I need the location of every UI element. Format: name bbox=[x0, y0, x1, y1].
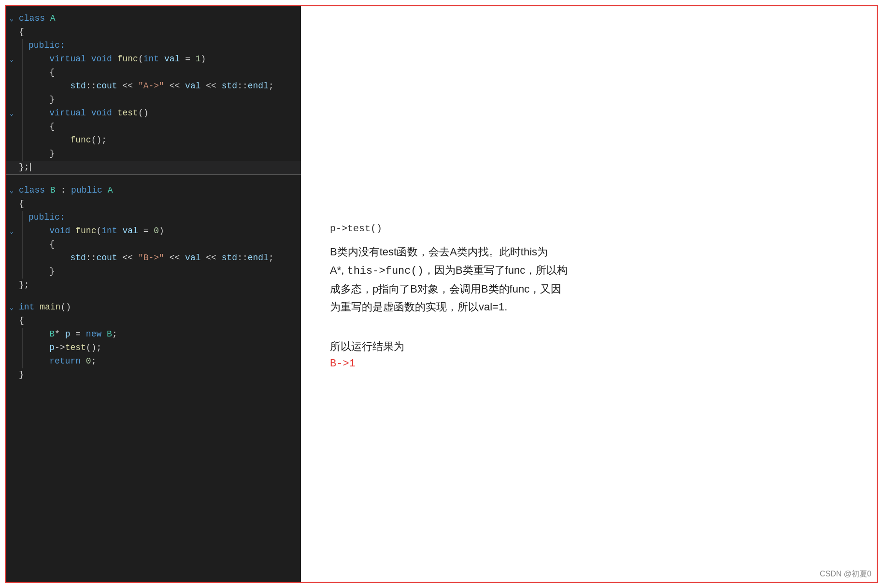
code-line: } bbox=[6, 93, 301, 107]
result-value: B->1 bbox=[330, 358, 853, 370]
code-text: class B : public A bbox=[17, 184, 296, 197]
code-text: virtual void test() bbox=[27, 107, 296, 120]
code-line: ⌄ class B : public A bbox=[6, 184, 301, 197]
code-text: { bbox=[17, 314, 296, 328]
code-line: }; bbox=[6, 279, 301, 292]
code-line: p->test(); bbox=[6, 341, 301, 355]
code-text: { bbox=[27, 66, 296, 80]
main-container: ⌄ class A { public: ⌄ virtual void func(… bbox=[5, 5, 878, 583]
code-text: std::cout << "B->" << val << std::endl; bbox=[27, 252, 296, 265]
code-text: B* p = new B; bbox=[27, 328, 296, 341]
code-line: } bbox=[6, 265, 301, 279]
fold-icon[interactable]: ⌄ bbox=[6, 184, 17, 197]
call-expression: p->test() bbox=[330, 223, 853, 234]
fold-icon[interactable]: ⌄ bbox=[6, 53, 17, 66]
code-text: return 0; bbox=[27, 355, 296, 368]
code-text: public: bbox=[27, 211, 296, 224]
fold-icon[interactable]: ⌄ bbox=[6, 107, 17, 120]
code-text: }; bbox=[17, 161, 296, 174]
code-line-cursor: }; bbox=[6, 161, 301, 175]
code-line: std::cout << "B->" << val << std::endl; bbox=[6, 252, 301, 265]
code-text: public: bbox=[27, 39, 296, 53]
code-line: } bbox=[6, 368, 301, 382]
code-line: B* p = new B; bbox=[6, 328, 301, 341]
code-line: { bbox=[6, 314, 301, 328]
code-line: ⌄ virtual void test() bbox=[6, 107, 301, 120]
code-text: std::cout << "A->" << val << std::endl; bbox=[27, 80, 296, 93]
result-label: 所以运行结果为 bbox=[330, 339, 853, 354]
code-line: std::cout << "A->" << val << std::endl; bbox=[6, 80, 301, 93]
code-text: int main() bbox=[17, 301, 296, 314]
code-line: { bbox=[6, 197, 301, 211]
code-line: ⌄ class A bbox=[6, 12, 301, 26]
code-text: p->test(); bbox=[27, 341, 296, 355]
code-text: func(); bbox=[27, 134, 296, 147]
code-line: ⌄ int main() bbox=[6, 301, 301, 314]
code-line: { bbox=[6, 120, 301, 134]
code-text: { bbox=[27, 238, 296, 252]
code-text: { bbox=[27, 120, 296, 134]
fold-icon[interactable]: ⌄ bbox=[6, 12, 17, 26]
code-line: ⌄ virtual void func(int val = 1) bbox=[6, 53, 301, 66]
code-block-class-a: ⌄ class A { public: ⌄ virtual void func(… bbox=[6, 6, 301, 175]
fold-icon[interactable]: ⌄ bbox=[6, 301, 17, 314]
code-line: return 0; bbox=[6, 355, 301, 368]
code-text: } bbox=[27, 93, 296, 107]
code-text: } bbox=[27, 265, 296, 279]
code-text: { bbox=[17, 26, 296, 39]
explanation-text: B类内没有test函数，会去A类内找。此时this为 A*, this->fun… bbox=[330, 243, 853, 316]
explanation-panel: p->test() B类内没有test函数，会去A类内找。此时this为 A*,… bbox=[301, 6, 877, 582]
code-line: func(); bbox=[6, 134, 301, 147]
code-panel: ⌄ class A { public: ⌄ virtual void func(… bbox=[6, 6, 301, 582]
code-line: { bbox=[6, 66, 301, 80]
code-line: public: bbox=[6, 39, 301, 53]
code-block-main: ⌄ int main() { B* p = new B; p->test(); bbox=[6, 295, 301, 382]
code-line: } bbox=[6, 147, 301, 161]
code-line: ⌄ void func(int val = 0) bbox=[6, 224, 301, 238]
code-text: virtual void func(int val = 1) bbox=[27, 53, 296, 66]
code-line: public: bbox=[6, 211, 301, 224]
fold-icon[interactable]: ⌄ bbox=[6, 224, 17, 238]
code-text: } bbox=[17, 368, 296, 382]
code-line: { bbox=[6, 26, 301, 39]
code-block-class-b: ⌄ class B : public A { public: ⌄ void fu… bbox=[6, 178, 301, 292]
watermark: CSDN @初夏0 bbox=[820, 569, 871, 579]
code-text: { bbox=[17, 197, 296, 211]
code-text: } bbox=[27, 147, 296, 161]
code-text: class A bbox=[17, 12, 296, 26]
code-text: }; bbox=[17, 279, 296, 292]
code-line: { bbox=[6, 238, 301, 252]
code-text: void func(int val = 0) bbox=[27, 224, 296, 238]
